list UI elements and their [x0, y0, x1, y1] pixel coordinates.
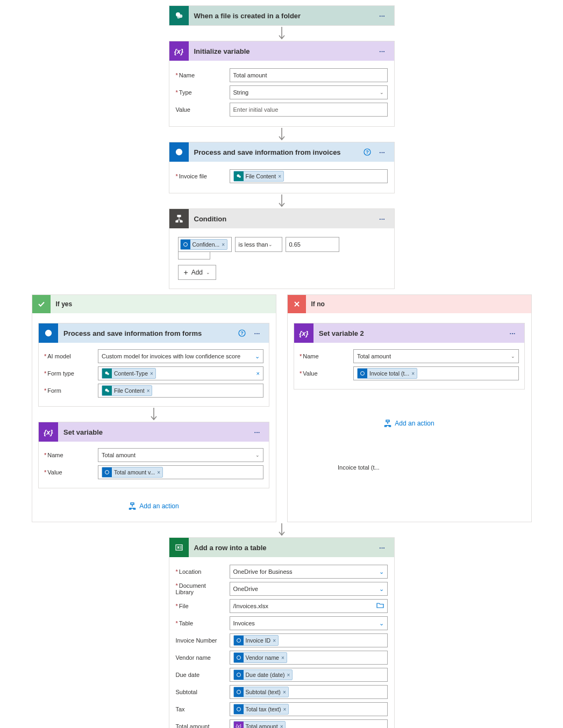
process-invoices-card[interactable]: Process and save information from invoic…	[169, 142, 395, 193]
svg-point-32	[237, 708, 240, 711]
process-forms-card[interactable]: Process and save information from forms …	[38, 323, 269, 407]
total-input[interactable]: {x}Total amount×	[230, 719, 388, 728]
content-type-token[interactable]: Content-Type×	[102, 368, 156, 379]
form-input[interactable]: File Content×	[98, 384, 263, 398]
more-menu-button[interactable]: ···	[505, 326, 520, 341]
name-label: Name	[44, 452, 94, 458]
more-menu-button[interactable]: ···	[375, 145, 390, 160]
confidence-token[interactable]: Confiden...×	[180, 239, 228, 250]
help-button[interactable]: ?	[234, 326, 250, 341]
name-select[interactable]: Total amount⌄	[98, 448, 263, 462]
vendor-input[interactable]: Vendor name×	[230, 651, 388, 665]
svg-point-2	[177, 16, 180, 18]
subtotal-input[interactable]: Subtotal (text)×	[230, 685, 388, 699]
ai-builder-icon	[39, 323, 58, 343]
trigger-card[interactable]: When a file is created in a folder ···	[169, 5, 395, 26]
form-type-label: Form type	[44, 370, 94, 377]
doclib-select[interactable]: OneDrive⌄	[230, 582, 388, 596]
more-menu-button[interactable]: ···	[375, 8, 390, 23]
token-remove[interactable]: ×	[278, 174, 281, 179]
value-label: Value	[44, 469, 94, 475]
value-label: Value	[300, 370, 349, 377]
initialize-variable-card[interactable]: {x} Initialize variable ··· Name Total a…	[169, 41, 395, 127]
name-input[interactable]: Total amount	[230, 68, 388, 82]
due-date-token[interactable]: Due date (date)×	[233, 669, 293, 680]
tax-label: Tax	[176, 706, 225, 712]
type-select[interactable]: String⌄	[230, 85, 388, 99]
set-variable-2-card[interactable]: {x} Set variable 2 ··· Name Total amount…	[294, 323, 525, 390]
svg-text:?: ?	[240, 330, 244, 336]
condition-card[interactable]: Condition ··· Confiden...× is less than⌄…	[169, 208, 395, 289]
condition-expand-handle[interactable]	[178, 252, 210, 260]
ai-model-select[interactable]: Custom model for invoices with low confi…	[98, 349, 263, 363]
token-remove[interactable]: ×	[281, 655, 284, 661]
token-remove[interactable]: ×	[273, 638, 276, 644]
condition-left-input[interactable]: Confiden...×	[178, 237, 232, 252]
file-content-token[interactable]: File Content×	[233, 171, 284, 182]
value-input[interactable]: Invoice total (t...×	[353, 366, 519, 380]
set-variable-card[interactable]: {x} Set variable ··· Name Total amount⌄	[38, 422, 269, 488]
value-input[interactable]: Total amount v...×	[98, 465, 263, 479]
invoice-file-input[interactable]: File Content×	[230, 169, 388, 183]
token-remove[interactable]: ×	[222, 242, 225, 248]
form-type-input[interactable]: Content-Type× ×	[98, 366, 263, 380]
total-amount-token[interactable]: Total amount v...×	[102, 467, 163, 478]
token-remove[interactable]: ×	[411, 371, 415, 377]
token-remove[interactable]: ×	[283, 707, 286, 712]
svg-rect-8	[177, 215, 181, 217]
token-remove[interactable]: ×	[283, 689, 286, 695]
tax-token[interactable]: Total tax (text)×	[233, 704, 289, 715]
token-remove[interactable]: ×	[157, 470, 160, 475]
add-row-title: Add a row into a table	[194, 544, 267, 552]
more-menu-button[interactable]: ···	[375, 44, 390, 59]
token-remove[interactable]: ×	[287, 672, 290, 678]
process-forms-title: Process and save information from forms	[63, 329, 202, 337]
vendor-label: Vendor name	[176, 654, 225, 661]
location-label: Location	[176, 568, 225, 575]
inv-num-label: Invoice Number	[176, 637, 225, 644]
invoice-total-token[interactable]: Invoice total (t...×	[357, 368, 417, 379]
subtotal-token[interactable]: Subtotal (text)×	[233, 687, 289, 697]
file-content-token[interactable]: File Content×	[102, 385, 152, 396]
add-action-button[interactable]: Add an action	[129, 502, 179, 510]
more-menu-button[interactable]: ···	[375, 540, 390, 555]
flow-arrow	[278, 127, 286, 142]
svg-rect-21	[130, 508, 131, 509]
folder-icon[interactable]	[376, 602, 384, 610]
close-icon	[288, 295, 306, 313]
excel-icon	[169, 538, 189, 557]
add-row-card[interactable]: Add a row into a table ··· LocationOneDr…	[169, 537, 395, 728]
condition-value-input[interactable]: 0.65	[286, 237, 339, 252]
vendor-name-token[interactable]: Vendor name×	[233, 652, 287, 663]
variable-icon: {x}	[169, 41, 189, 61]
due-input[interactable]: Due date (date)×	[230, 668, 388, 682]
help-button[interactable]: ?	[360, 145, 375, 160]
condition-operator-select[interactable]: is less than⌄	[235, 237, 282, 252]
tax-input[interactable]: Total tax (text)×	[230, 702, 388, 716]
add-condition-button[interactable]: +Add⌄	[178, 265, 217, 280]
clear-button[interactable]: ×	[256, 370, 260, 377]
invoice-id-token[interactable]: Invoice ID×	[233, 635, 279, 646]
svg-rect-26	[389, 426, 391, 427]
token-remove[interactable]: ×	[280, 724, 283, 729]
variable-icon: {x}	[294, 323, 313, 343]
table-select[interactable]: Invoices⌄	[230, 616, 388, 630]
sharepoint-icon	[169, 6, 189, 25]
file-picker[interactable]: /Invoices.xlsx	[230, 599, 388, 613]
if-no-branch: If no {x} Set variable 2 ··· Name	[287, 294, 532, 522]
name-select[interactable]: Total amount⌄	[353, 349, 519, 363]
location-select[interactable]: OneDrive for Business⌄	[230, 565, 388, 579]
inv-num-input[interactable]: Invoice ID×	[230, 633, 388, 647]
token-remove[interactable]: ×	[147, 388, 150, 394]
more-menu-button[interactable]: ···	[375, 211, 390, 226]
svg-point-19	[105, 471, 109, 474]
add-action-button[interactable]: Add an action	[384, 420, 434, 427]
more-menu-button[interactable]: ···	[250, 326, 265, 341]
token-remove[interactable]: ×	[150, 371, 153, 377]
svg-point-31	[237, 690, 240, 694]
more-menu-button[interactable]: ···	[250, 424, 265, 439]
total-amount-token[interactable]: {x}Total amount×	[233, 721, 286, 728]
if-yes-branch: If yes Process and save information from…	[32, 294, 276, 522]
due-label: Due date	[176, 672, 225, 678]
value-input[interactable]: Enter initial value	[230, 103, 388, 117]
